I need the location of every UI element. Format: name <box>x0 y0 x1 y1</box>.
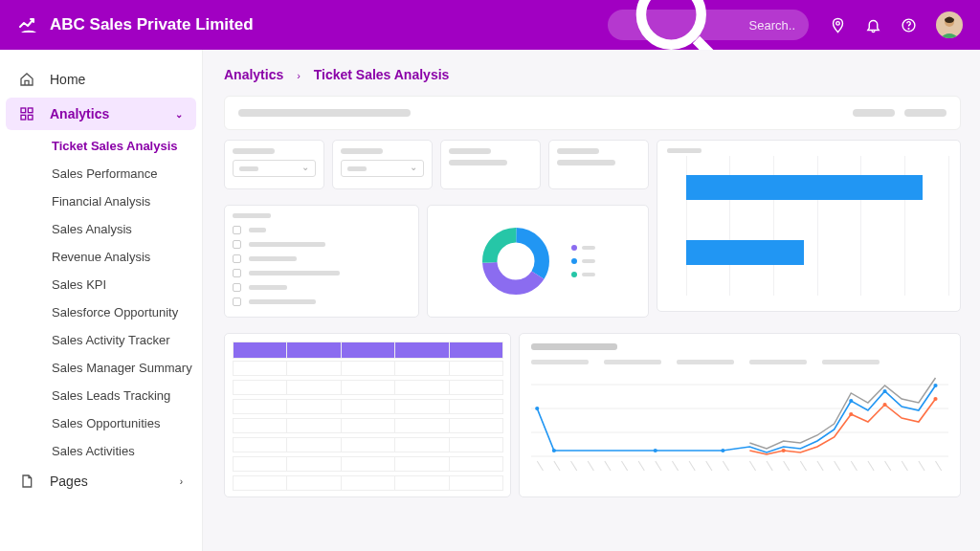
svg-point-27 <box>933 397 937 401</box>
search-placeholder: Search.. <box>749 18 795 33</box>
svg-line-33 <box>621 461 627 471</box>
dropdown[interactable] <box>341 160 424 177</box>
placeholder-action[interactable] <box>904 109 947 117</box>
horizontal-bar-chart <box>686 156 948 296</box>
sidebar-sub-sales-activity-tracker[interactable]: Sales Activity Tracker <box>52 326 196 354</box>
dashboard-title-bar <box>224 96 961 130</box>
bell-icon[interactable] <box>865 17 881 33</box>
donut-legend <box>571 245 595 277</box>
chevron-right-icon: › <box>180 476 183 487</box>
svg-line-35 <box>656 461 661 471</box>
sidebar-item-home[interactable]: Home <box>6 63 196 96</box>
svg-point-23 <box>933 384 937 387</box>
placeholder-action[interactable] <box>853 109 895 117</box>
svg-point-4 <box>908 28 909 29</box>
content-area: Analytics › Ticket Sales Analysis <box>203 50 980 551</box>
company-name: ABC Sales Private Limited <box>50 15 254 34</box>
checkbox[interactable] <box>233 254 241 263</box>
svg-line-50 <box>919 461 924 471</box>
page-icon <box>19 474 34 489</box>
sidebar-sub-salesforce-opportunity[interactable]: Salesforce Opportunity <box>52 298 196 326</box>
svg-line-29 <box>554 461 560 471</box>
donut-chart <box>481 227 550 296</box>
checkbox[interactable] <box>233 240 241 249</box>
company-logo[interactable]: ABC Sales Private Limited <box>17 13 254 36</box>
svg-point-21 <box>849 399 853 403</box>
checkbox[interactable] <box>233 226 241 234</box>
sidebar-sub-financial-analysis[interactable]: Financial Analysis <box>52 187 196 215</box>
svg-line-34 <box>638 461 644 471</box>
chevron-down-icon: ⌄ <box>175 109 183 120</box>
checklist-card <box>224 205 419 318</box>
svg-line-37 <box>689 461 695 471</box>
filter-card-2 <box>332 140 433 189</box>
sidebar-item-analytics[interactable]: Analytics ⌄ <box>6 98 196 130</box>
svg-point-19 <box>654 449 657 452</box>
sidebar-sub-sales-activities[interactable]: Sales Activities <box>52 437 196 465</box>
home-icon <box>19 72 34 87</box>
svg-line-48 <box>885 461 891 471</box>
svg-point-22 <box>882 389 886 393</box>
location-icon[interactable] <box>830 17 846 33</box>
data-table-card <box>224 333 511 497</box>
svg-line-44 <box>817 461 823 471</box>
sidebar-sub-revenue-analysis[interactable]: Revenue Analysis <box>52 243 196 271</box>
svg-line-45 <box>835 461 840 471</box>
sidebar-sub-sales-analysis[interactable]: Sales Analysis <box>52 215 196 243</box>
sidebar-sub-sales-manager-summary[interactable]: Sales Manager Summary <box>52 354 196 382</box>
svg-line-36 <box>672 461 678 471</box>
svg-line-46 <box>851 461 857 471</box>
analytics-submenu: Ticket Sales Analysis Sales Performance … <box>6 132 196 465</box>
svg-rect-9 <box>28 115 33 120</box>
placeholder-title <box>238 109 411 117</box>
checkbox[interactable] <box>233 269 241 277</box>
line-chart-card <box>519 333 961 497</box>
svg-rect-7 <box>28 108 33 113</box>
svg-point-2 <box>836 21 840 25</box>
filter-card-1 <box>224 140 324 189</box>
svg-line-41 <box>767 461 772 471</box>
breadcrumb-root[interactable]: Analytics <box>224 67 283 82</box>
svg-line-49 <box>902 461 907 471</box>
svg-line-39 <box>723 461 728 471</box>
svg-line-28 <box>537 461 543 471</box>
line-chart <box>531 370 948 475</box>
svg-point-26 <box>882 403 886 407</box>
svg-point-17 <box>535 407 539 410</box>
logo-icon <box>17 13 40 36</box>
svg-point-25 <box>849 412 853 416</box>
sidebar-sub-ticket-sales[interactable]: Ticket Sales Analysis <box>52 132 196 160</box>
avatar[interactable] <box>936 11 963 38</box>
svg-line-31 <box>588 461 593 471</box>
svg-line-42 <box>784 461 790 471</box>
sidebar-sub-sales-performance[interactable]: Sales Performance <box>52 160 196 187</box>
svg-line-30 <box>571 461 577 471</box>
app-header: ABC Sales Private Limited Search.. <box>0 0 980 50</box>
svg-point-24 <box>782 449 786 452</box>
breadcrumb: Analytics › Ticket Sales Analysis <box>224 67 961 82</box>
svg-rect-6 <box>21 108 26 113</box>
svg-point-18 <box>552 449 556 452</box>
svg-line-43 <box>800 461 806 471</box>
sidebar-sub-sales-opportunities[interactable]: Sales Opportunities <box>52 409 196 437</box>
svg-line-32 <box>605 461 611 471</box>
sidebar-sub-sales-kpi[interactable]: Sales KPI <box>52 271 196 298</box>
svg-point-20 <box>721 449 724 452</box>
svg-line-40 <box>749 461 755 471</box>
svg-line-38 <box>706 461 712 471</box>
checkbox[interactable] <box>233 298 241 306</box>
checkbox[interactable] <box>233 283 241 292</box>
svg-line-51 <box>936 461 942 471</box>
dropdown[interactable] <box>233 160 316 177</box>
svg-rect-8 <box>21 115 26 120</box>
breadcrumb-current: Ticket Sales Analysis <box>314 67 450 82</box>
help-icon[interactable] <box>901 17 917 33</box>
sidebar-sub-sales-leads-tracking[interactable]: Sales Leads Tracking <box>52 382 196 409</box>
svg-line-47 <box>868 461 874 471</box>
stat-card-2 <box>548 140 649 189</box>
svg-point-0 <box>641 0 702 45</box>
sidebar-item-pages[interactable]: Pages › <box>6 465 196 497</box>
search-input[interactable]: Search.. <box>608 10 809 40</box>
horizontal-bar-chart-card <box>657 140 961 312</box>
donut-chart-card <box>427 205 649 318</box>
